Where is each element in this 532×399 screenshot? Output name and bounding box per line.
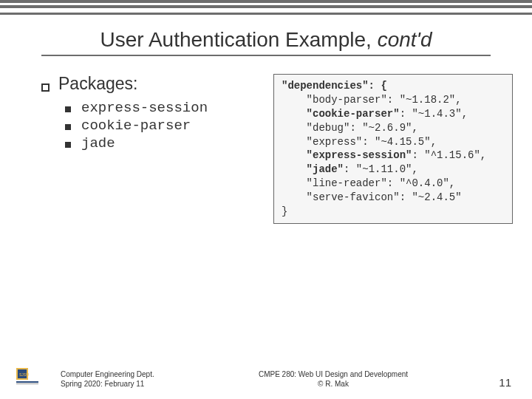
page-number: 11: [488, 376, 532, 389]
footer-dept: Computer Engineering Dept. Spring 2020: …: [31, 370, 179, 389]
footer-course: CMPE 280: Web UI Design and Development …: [179, 370, 488, 389]
filled-bullet-icon: [65, 106, 71, 112]
dept-line1: Computer Engineering Dept.: [61, 370, 179, 380]
package-name: cookie-parser: [81, 117, 191, 134]
title-contd: cont'd: [378, 28, 432, 51]
course-line1: CMPE 280: Web UI Design and Development: [179, 370, 488, 380]
package-name: jade: [81, 135, 115, 151]
filled-bullet-icon: [65, 142, 71, 148]
title-underline: [41, 55, 491, 56]
course-line2: © R. Mak: [179, 380, 488, 389]
footer: SJSU Computer Engineering Dept. Spring 2…: [0, 368, 532, 389]
list-item: express-session: [65, 100, 263, 116]
hollow-bullet-icon: [41, 83, 50, 92]
package-name: express-session: [81, 100, 208, 116]
list-item: jade: [65, 135, 263, 151]
title-main: User Authentication Example,: [100, 28, 378, 51]
packages-label: Packages:: [58, 74, 137, 94]
dept-line2: Spring 2020: February 11: [61, 380, 179, 389]
top-divider: [0, 0, 532, 15]
packages-heading-row: Packages:: [41, 74, 263, 94]
filled-bullet-icon: [65, 124, 71, 130]
dependencies-codebox: "dependencies": { "body-parser": "~1.18.…: [273, 74, 513, 224]
svg-text:SJSU: SJSU: [19, 372, 29, 377]
slide-title: User Authentication Example, cont'd: [0, 28, 532, 52]
list-item: cookie-parser: [65, 117, 263, 134]
